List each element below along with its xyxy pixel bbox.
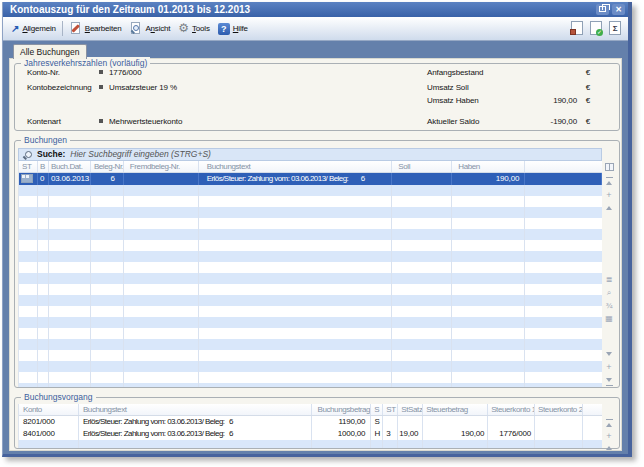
- select-columns-icon[interactable]: [602, 163, 616, 173]
- col-b[interactable]: B: [38, 161, 49, 172]
- col-buchungsbetrag[interactable]: Buchungsbetrag: [312, 404, 371, 415]
- group-jahresverkehrszahlen: Jahresverkehrszahlen (vorläufig) Konto-N…: [14, 63, 620, 131]
- menu-bearbeiten[interactable]: Bearbeiten: [65, 19, 126, 39]
- empty-row[interactable]: [19, 284, 602, 295]
- view-icon: [129, 22, 142, 35]
- title-bar[interactable]: Kontoauszug für den Zeitraum 01.2013 bis…: [3, 2, 628, 17]
- search-icon: [23, 150, 33, 160]
- menu-ansicht[interactable]: Ansicht: [125, 19, 174, 39]
- empty-row[interactable]: [19, 372, 602, 383]
- table-row[interactable]: 8401/000 Erlös/Steuer: Zahlung vom: 03.0…: [19, 428, 602, 440]
- empty-row[interactable]: [19, 339, 602, 350]
- empty-row[interactable]: [19, 295, 602, 306]
- table-row-selected[interactable]: 0 03.06.2013 6 Erlös/Steuer: Zahlung vom…: [19, 173, 602, 185]
- edit-icon: [69, 22, 82, 35]
- col-st[interactable]: ST: [19, 161, 38, 172]
- go-prev-icon[interactable]: [602, 203, 616, 213]
- search-bar[interactable]: Suche: Hier Suchbegriff eingeben (STRG+S…: [18, 148, 602, 161]
- field-kontobezeichnung-value: Umsatzsteuer 19 %: [109, 83, 177, 92]
- group-buchungen-legend: Buchungen: [21, 134, 70, 146]
- col-fremdbelegnr[interactable]: Fremdbeleg-Nr.: [124, 161, 199, 172]
- empty-row[interactable]: [19, 251, 602, 262]
- grid-icon[interactable]: ▦: [602, 314, 616, 324]
- col-konto[interactable]: Konto: [19, 404, 79, 415]
- sum-rows-icon[interactable]: ¾: [602, 301, 616, 311]
- go-next-icon[interactable]: [602, 349, 616, 359]
- field-anfangsbestand-label: Anfangsbestand: [427, 67, 483, 79]
- empty-row[interactable]: [19, 262, 602, 273]
- search-row-icon[interactable]: ⌕: [602, 288, 616, 298]
- table-nav-strip2: +: [602, 404, 616, 448]
- table-nav-strip: + ≣ ⌕ ¾ ▦ +: [602, 161, 616, 387]
- col-stsatz[interactable]: StSatz: [398, 404, 423, 415]
- col-belegnr[interactable]: Beleg-Nr.: [91, 161, 124, 172]
- go-first-icon[interactable]: [602, 177, 616, 187]
- group-buchungsvorgang: Buchungsvorgang Konto Buchungstext Buchu…: [14, 397, 620, 449]
- col-steuerkonto2[interactable]: Steuerkonto 2: [535, 404, 583, 415]
- empty-row[interactable]: [19, 440, 602, 448]
- empty-row[interactable]: [19, 229, 602, 240]
- buchungsvorgang-header[interactable]: Konto Buchungstext Buchungsbetrag S ST S…: [19, 404, 602, 416]
- bullet-icon: [99, 70, 103, 74]
- col-filler2: [583, 404, 602, 415]
- add-row2-icon[interactable]: +: [602, 362, 616, 372]
- tab-panel: Jahresverkehrszahlen (vorläufig) Konto-N…: [9, 58, 622, 451]
- add-row3-icon[interactable]: +: [602, 431, 616, 441]
- empty-row[interactable]: [19, 350, 602, 361]
- field-konto-nr-value: 1776/000: [109, 68, 142, 77]
- empty-row[interactable]: [19, 196, 602, 207]
- empty-row[interactable]: [19, 207, 602, 218]
- buchungen-header[interactable]: ST B Buch.Dat. Beleg-Nr. Fremdbeleg-Nr. …: [19, 161, 602, 173]
- menu-allgemein[interactable]: ↗ Allgemein: [7, 19, 60, 39]
- tools-icon: ⚙: [178, 22, 189, 35]
- col-buchdat[interactable]: Buch.Dat.: [49, 161, 91, 172]
- menu-hilfe[interactable]: ? Hilfe: [214, 19, 252, 39]
- export-check-icon[interactable]: ✓: [590, 21, 602, 35]
- group-buchungen: Buchungen Suche: Hier Suchbegriff eingeb…: [14, 140, 620, 388]
- search-placeholder: Hier Suchbegriff eingeben (STRG+S): [70, 149, 211, 160]
- currency-euro: €: [580, 67, 590, 79]
- field-aktueller-saldo-value: -190,00: [487, 116, 577, 128]
- tab-alle-buchungen[interactable]: Alle Buchungen: [13, 44, 87, 59]
- close-button[interactable]: ✕: [612, 4, 625, 15]
- go-first2-icon[interactable]: [602, 419, 616, 429]
- empty-row[interactable]: [19, 185, 602, 196]
- menu-tools[interactable]: ⚙ Tools: [174, 19, 213, 39]
- col-buchungstext[interactable]: Buchungstext: [199, 161, 393, 172]
- col-st2[interactable]: ST: [383, 404, 398, 415]
- sum-icon[interactable]: Σ: [609, 21, 621, 35]
- empty-row[interactable]: [19, 328, 602, 339]
- empty-row[interactable]: [19, 240, 602, 251]
- col-steuerkonto1[interactable]: Steuerkonto 1: [488, 404, 535, 415]
- help-icon: ?: [218, 23, 230, 35]
- print-preview-icon[interactable]: [571, 21, 583, 35]
- col-soll[interactable]: Soll: [392, 161, 452, 172]
- empty-row[interactable]: [19, 361, 602, 372]
- col-buchungstext2[interactable]: Buchungstext: [79, 404, 313, 415]
- add-row-icon[interactable]: +: [602, 190, 616, 200]
- menu-separator: [62, 21, 63, 36]
- field-kontobezeichnung-label: Kontobezeichnung: [27, 83, 92, 92]
- list-icon[interactable]: ≣: [602, 275, 616, 285]
- table-row[interactable]: 8201/000 Erlös/Steuer: Zahlung vom: 03.0…: [19, 416, 602, 428]
- restore-button[interactable]: [596, 4, 609, 15]
- col-haben[interactable]: Haben: [452, 161, 525, 172]
- menu-tools-label: Tools: [192, 24, 210, 33]
- window-title: Kontoauszug für den Zeitraum 01.2013 bis…: [10, 4, 250, 15]
- col-s[interactable]: S: [371, 404, 383, 415]
- go-last-icon[interactable]: [602, 375, 616, 385]
- empty-row[interactable]: [19, 273, 602, 284]
- empty-row[interactable]: [19, 317, 602, 328]
- empty-row[interactable]: [19, 218, 602, 229]
- menu-hilfe-label: Hilfe: [233, 24, 248, 33]
- go-prev2-icon[interactable]: [602, 443, 616, 453]
- empty-row[interactable]: [19, 383, 602, 387]
- menu-bearbeiten-label: Bearbeiten: [85, 24, 122, 33]
- field-umsatz-haben-label: Umsatz Haben: [427, 95, 479, 107]
- buchungstext-value: Erlös/Steuer: Zahlung vom: 03.06.2013/ B…: [207, 174, 349, 183]
- buchungstext-belegnr: 6: [361, 174, 365, 184]
- col-filler: [525, 161, 602, 172]
- col-steuerbetrag[interactable]: Steuerbetrag: [423, 404, 488, 415]
- empty-row[interactable]: [19, 306, 602, 317]
- field-aktueller-saldo-label: Aktueller Saldo: [427, 116, 479, 128]
